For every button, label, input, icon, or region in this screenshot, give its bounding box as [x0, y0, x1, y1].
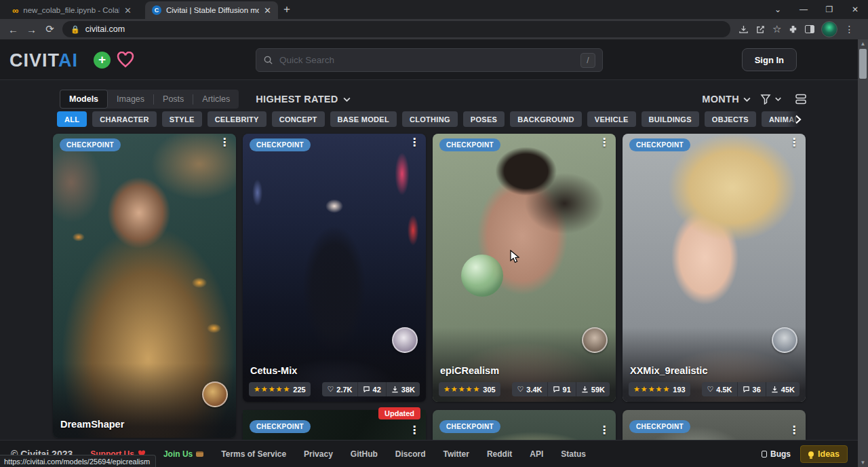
tab-close-icon[interactable]: ✕ [264, 5, 271, 16]
chips-scroll-right-icon[interactable] [787, 111, 810, 127]
footer-link-twitter[interactable]: Twitter [443, 449, 469, 459]
extensions-puzzle-icon[interactable] [788, 24, 798, 35]
model-card-dreamshaper[interactable]: CHECKPOINT ⋮ DreamShaper [53, 134, 236, 438]
scroll-up-icon[interactable]: ▲ [858, 41, 868, 47]
filters-button[interactable] [760, 94, 781, 105]
address-bar[interactable]: 🔒 civitai.com [62, 21, 730, 37]
tab-civitai[interactable]: C Civitai | Stable Diffusion models, ✕ [145, 1, 278, 19]
tab-colab[interactable]: ∞ new_colab_file.ipynb - Colaborat ✕ [5, 1, 138, 19]
downloads-pill[interactable]: 45K [766, 382, 800, 396]
stat-pills: ♡4.5K 36 45K [702, 382, 800, 396]
rating-pill[interactable]: ★★★★★ 193 [629, 382, 690, 396]
creator-avatar[interactable] [202, 381, 228, 407]
profile-avatar[interactable] [821, 21, 837, 37]
minimize-button[interactable]: — [791, 5, 816, 14]
chip-all[interactable]: ALL [57, 111, 87, 127]
link-label: Join Us [163, 449, 193, 459]
tab-close-icon[interactable]: ✕ [124, 5, 132, 16]
tab-articles[interactable]: Articles [193, 90, 239, 109]
back-icon[interactable]: ← [4, 24, 22, 35]
chip-celebrity[interactable]: CELEBRITY [208, 111, 267, 127]
downloads-pill[interactable]: 59K [576, 382, 610, 396]
maximize-button[interactable]: ❐ [816, 5, 842, 14]
chip-background[interactable]: BACKGROUND [510, 111, 582, 127]
logo-civit: CIVIT [9, 50, 58, 71]
chip-objects[interactable]: OBJECTS [705, 111, 756, 127]
rating-pill[interactable]: ★★★★★ 305 [439, 382, 500, 396]
forward-icon[interactable]: → [22, 24, 41, 35]
stat-pills: ♡3.4K 91 59K [512, 382, 610, 396]
comments-pill[interactable]: 42 [357, 382, 386, 396]
tab-title: new_colab_file.ipynb - Colaborat [23, 6, 119, 14]
chip-buildings[interactable]: BUILDINGS [642, 111, 699, 127]
bookmark-star-icon[interactable]: ☆ [772, 23, 781, 35]
card-menu-icon[interactable]: ⋮ [599, 137, 610, 148]
sidebar-icon[interactable] [805, 25, 814, 33]
search-input[interactable]: Quick Search / [256, 48, 603, 72]
footer-link-api[interactable]: API [530, 449, 543, 459]
page-scrollbar[interactable]: ▲ ▼ [858, 39, 868, 467]
card-menu-icon[interactable]: ⋮ [789, 425, 800, 436]
card-menu-icon[interactable]: ⋮ [409, 137, 420, 148]
share-icon[interactable] [755, 24, 766, 35]
chip-base-model[interactable]: BASE MODEL [330, 111, 397, 127]
model-card-xxmix9realistic[interactable]: CHECKPOINT ⋮ XXMix_9realistic ★★★★★ 193 … [623, 134, 806, 402]
chip-character[interactable]: CHARACTER [92, 111, 156, 127]
card-menu-icon[interactable]: ⋮ [599, 425, 610, 436]
scroll-down-icon[interactable]: ▼ [858, 460, 868, 466]
chip-concept[interactable]: CONCEPT [272, 111, 325, 127]
civitai-logo[interactable]: CIVITAI [9, 50, 78, 71]
chip-vehicle[interactable]: VEHICLE [587, 111, 636, 127]
sign-in-button[interactable]: Sign In [742, 48, 797, 71]
comments-pill[interactable]: 91 [547, 382, 576, 396]
tab-posts[interactable]: Posts [154, 90, 193, 109]
create-plus-button[interactable]: + [94, 52, 111, 69]
chip-style[interactable]: STYLE [162, 111, 202, 127]
tab-search-chevron-icon[interactable]: ⌄ [765, 5, 791, 14]
new-tab-button[interactable]: + [283, 3, 290, 16]
ideas-button[interactable]: Ideas [800, 445, 848, 463]
likes-pill[interactable]: ♡3.4K [512, 382, 547, 396]
likes-count: 4.5K [716, 386, 732, 394]
downloads-count: 38K [401, 386, 415, 394]
layout-toggle-icon[interactable] [795, 93, 807, 105]
reload-icon[interactable]: ⟳ [41, 23, 59, 35]
downloads-pill[interactable]: 38K [386, 382, 420, 396]
creator-avatar[interactable] [392, 327, 418, 353]
favorites-heart-icon[interactable] [117, 52, 134, 71]
browser-menu-icon[interactable]: ⋮ [844, 24, 854, 35]
bugs-button[interactable]: Bugs [762, 449, 791, 459]
chip-clothing[interactable]: CLOTHING [402, 111, 458, 127]
creator-avatar[interactable] [772, 327, 797, 353]
scrollbar-thumb[interactable] [859, 49, 867, 79]
tab-models[interactable]: Models [60, 90, 108, 109]
model-card-epicrealism[interactable]: CHECKPOINT ⋮ epiCRealism ★★★★★ 305 ♡3.4K… [433, 134, 616, 402]
creator-avatar[interactable] [582, 327, 608, 353]
footer-link-status[interactable]: Status [561, 449, 586, 459]
likes-pill[interactable]: ♡2.7K [322, 382, 357, 396]
footer-link-join-us[interactable]: Join Us [163, 449, 203, 459]
tab-title: Civitai | Stable Diffusion models, [166, 6, 259, 14]
card-menu-icon[interactable]: ⋮ [219, 137, 230, 148]
rating-pill[interactable]: ★★★★★ 225 [249, 382, 311, 396]
comments-count: 36 [753, 386, 761, 394]
comments-pill[interactable]: 36 [737, 382, 766, 396]
close-button[interactable]: ✕ [842, 5, 868, 14]
star-rating-icon: ★★★★★ [254, 385, 290, 394]
footer-link-reddit[interactable]: Reddit [487, 449, 512, 459]
tab-images[interactable]: Images [108, 90, 153, 109]
model-card-cetus-mix[interactable]: CHECKPOINT ⋮ Cetus-Mix ★★★★★ 225 ♡2.7K 4… [243, 134, 426, 402]
download-icon[interactable] [738, 24, 749, 35]
footer-link-terms[interactable]: Terms of Service [221, 449, 286, 459]
footer-link-privacy[interactable]: Privacy [304, 449, 333, 459]
footer-link-discord[interactable]: Discord [395, 449, 426, 459]
sort-dropdown[interactable]: HIGHEST RATED [256, 94, 350, 105]
likes-pill[interactable]: ♡4.5K [702, 382, 736, 396]
card-menu-icon[interactable]: ⋮ [409, 425, 420, 436]
card-menu-icon[interactable]: ⋮ [789, 137, 800, 148]
checkpoint-badge: CHECKPOINT [629, 420, 690, 433]
mouse-cursor [510, 250, 521, 265]
period-dropdown[interactable]: MONTH [702, 94, 751, 105]
chip-poses[interactable]: POSES [463, 111, 505, 127]
footer-link-github[interactable]: GitHub [351, 449, 378, 459]
